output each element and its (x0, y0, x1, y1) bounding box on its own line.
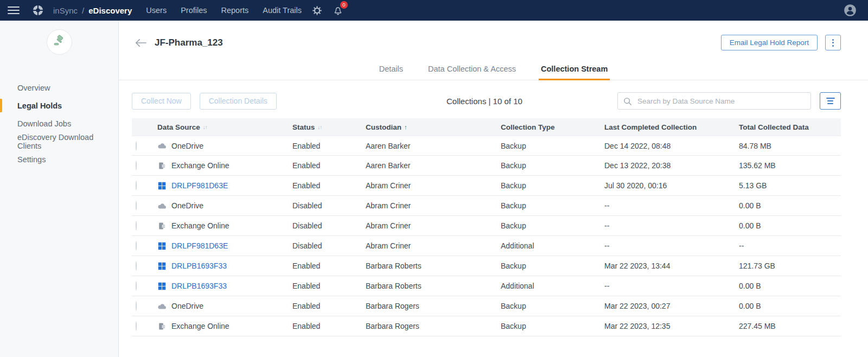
back-arrow-icon[interactable] (135, 38, 147, 48)
brand-ediscovery: eDiscovery (88, 6, 132, 15)
collection-type-cell: Backup (501, 142, 604, 150)
row-radio-button[interactable] (136, 241, 137, 251)
collection-type-cell: Backup (501, 221, 604, 230)
data-source-cell: DRLPF981D63E (157, 181, 292, 190)
column-header-last-completed-collection[interactable]: Last Completed Collection (604, 123, 739, 131)
total-collected-data-cell: 84.78 MB (739, 142, 841, 150)
collection-type-cell: Backup (501, 302, 604, 310)
tab-collection-stream[interactable]: Collection Stream (539, 61, 610, 80)
device-link[interactable]: DRLPB1693F33 (171, 262, 227, 270)
brand-insync: inSync (53, 6, 78, 15)
table-row: Exchange Online Enabled Barbara Rogers B… (132, 316, 841, 336)
table-row: DRLPB1693F33 Enabled Barbara Roberts Add… (132, 276, 841, 296)
tab-data-collection-access[interactable]: Data Collection & Access (426, 61, 518, 80)
data-source-label: OneDrive (171, 201, 203, 210)
last-completed-collection-cell: Dec 13 2022, 20:38 (604, 161, 739, 170)
data-source-cell: OneDrive (157, 141, 292, 150)
sidebar-item-settings[interactable]: Settings (0, 150, 118, 168)
row-radio-button[interactable] (136, 141, 137, 151)
custodian-cell: Barbara Roberts (366, 282, 501, 290)
toolbar: Collect Now Collection Details Collectio… (119, 80, 868, 117)
collection-type-cell: Backup (501, 181, 604, 190)
nav-profiles[interactable]: Profiles (181, 6, 207, 15)
row-radio-button[interactable] (136, 221, 137, 231)
top-nav: Users Profiles Reports Audit Trails (146, 6, 302, 15)
status-cell: Enabled (292, 282, 366, 290)
status-cell: Enabled (292, 262, 366, 270)
column-header-custodian[interactable]: Custodian↑ (366, 123, 501, 131)
windows-device-icon (158, 282, 166, 290)
last-completed-collection-cell: -- (604, 241, 739, 250)
data-source-label: OneDrive (171, 302, 203, 310)
custodian-cell: Abram Criner (366, 221, 501, 230)
onedrive-cloud-icon (157, 202, 167, 209)
sidebar-item-legal-holds[interactable]: Legal Holds (0, 97, 118, 114)
row-radio-button[interactable] (136, 201, 137, 211)
total-collected-data-cell: 227.45 MB (739, 322, 841, 330)
table-row: OneDrive Enabled Barbara Rogers Backup M… (132, 296, 841, 316)
page-title: JF-Pharma_123 (155, 37, 223, 48)
collection-details-button[interactable]: Collection Details (200, 93, 277, 110)
nav-audit-trails[interactable]: Audit Trails (263, 6, 302, 15)
brand-separator: / (82, 6, 84, 15)
device-link[interactable]: DRLPB1693F33 (171, 282, 227, 290)
column-header-collection-type[interactable]: Collection Type (501, 123, 604, 131)
collection-type-cell: Additional (501, 282, 604, 290)
collect-now-button[interactable]: Collect Now (132, 93, 191, 110)
tabs: Details Data Collection & Access Collect… (119, 61, 868, 80)
total-collected-data-cell: 0.00 B (739, 221, 841, 230)
device-link[interactable]: DRLPF981D63E (171, 241, 228, 250)
sidebar-item-ediscovery-download-clients[interactable]: eDiscovery Download Clients (0, 132, 118, 150)
topbar-icons: 0 (311, 5, 343, 16)
total-collected-data-cell: 0.00 B (739, 282, 841, 290)
data-source-label: Exchange Online (171, 221, 229, 230)
custodian-cell: Abram Criner (366, 181, 501, 190)
row-radio-button[interactable] (136, 161, 137, 170)
last-completed-collection-cell: Mar 22 2023, 12:35 (604, 322, 739, 330)
table-header: Data Source↓↑ Status↓↑ Custodian↑ Collec… (132, 118, 841, 136)
row-radio-button[interactable] (136, 321, 137, 331)
total-collected-data-cell: 5.13 GB (739, 181, 841, 190)
sidebar-item-overview[interactable]: Overview (0, 79, 118, 97)
row-radio-button[interactable] (136, 281, 137, 291)
row-radio-button[interactable] (136, 181, 137, 190)
search-input[interactable] (617, 92, 811, 110)
collection-type-cell: Backup (501, 262, 604, 270)
insync-ediscovery-app: inSync / eDiscovery Users Profiles Repor… (0, 0, 868, 357)
column-header-data-source[interactable]: Data Source↓↑ (157, 123, 292, 131)
column-header-total-collected-data[interactable]: Total Collected Data (739, 123, 841, 131)
status-cell: Enabled (292, 142, 366, 150)
legal-hold-badge (47, 29, 72, 55)
settings-gear-icon[interactable] (311, 5, 323, 16)
nav-reports[interactable]: Reports (221, 6, 249, 15)
row-radio-button[interactable] (136, 301, 137, 311)
user-avatar[interactable] (843, 3, 857, 17)
total-collected-data-cell: 0.00 B (739, 302, 841, 310)
notification-count-badge: 0 (340, 1, 348, 9)
sidebar-item-download-jobs[interactable]: Download Jobs (0, 114, 118, 132)
hamburger-menu-icon[interactable] (8, 7, 20, 14)
filter-icon[interactable] (820, 92, 841, 110)
column-header-status[interactable]: Status↓↑ (292, 123, 366, 131)
sort-asc-icon: ↑ (404, 124, 407, 130)
nav-users[interactable]: Users (146, 6, 167, 15)
last-completed-collection-cell: Dec 14 2022, 08:48 (604, 142, 739, 150)
table-body: OneDrive Enabled Aaren Barker Backup Dec… (132, 136, 841, 336)
collection-type-cell: Backup (501, 161, 604, 170)
exchange-online-icon (158, 322, 166, 330)
collections-count: Collections | 10 of 10 (446, 97, 522, 106)
exchange-online-icon (158, 162, 166, 170)
custodian-cell: Abram Criner (366, 241, 501, 250)
tab-details[interactable]: Details (377, 61, 405, 80)
table-row: DRLPB1693F33 Enabled Barbara Roberts Bac… (132, 256, 841, 276)
email-legal-hold-report-button[interactable]: Email Legal Hold Report (721, 35, 818, 50)
notifications-bell-icon[interactable]: 0 (333, 5, 343, 16)
data-source-cell: Exchange Online (157, 221, 292, 231)
status-cell: Enabled (292, 302, 366, 310)
more-options-kebab-icon[interactable] (825, 35, 841, 50)
device-link[interactable]: DRLPF981D63E (171, 181, 228, 190)
custodian-cell: Barbara Rogers (366, 302, 501, 310)
row-radio-button[interactable] (136, 261, 137, 271)
custodian-cell: Aaren Barker (366, 142, 501, 150)
custodian-cell: Aaren Barker (366, 161, 501, 170)
